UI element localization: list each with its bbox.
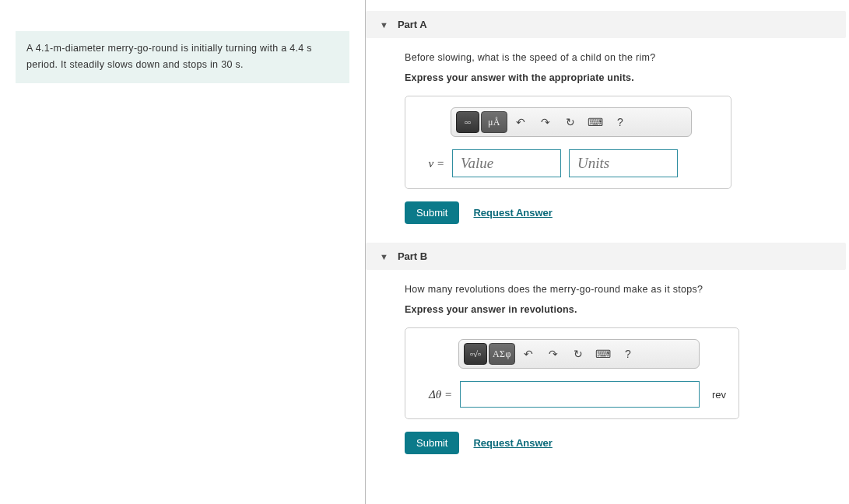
part-b-header[interactable]: ▼ Part B: [366, 243, 846, 270]
part-a-question: Before slowing, what is the speed of a c…: [405, 52, 835, 63]
left-column: A 4.1-m-diameter merry-go-round is initi…: [0, 0, 366, 504]
unit-suffix: rev: [712, 389, 726, 401]
reset-icon[interactable]: ↻: [559, 111, 582, 133]
units-input[interactable]: [569, 149, 678, 177]
undo-icon[interactable]: ↶: [517, 343, 540, 365]
value-input[interactable]: [452, 149, 561, 177]
part-a-title: Part A: [398, 19, 427, 30]
part-a-header[interactable]: ▼ Part A: [366, 11, 846, 38]
redo-icon[interactable]: ↷: [542, 343, 565, 365]
chevron-down-icon: ▼: [380, 20, 388, 30]
page: A 4.1-m-diameter merry-go-round is initi…: [0, 0, 849, 504]
problem-statement: A 4.1-m-diameter merry-go-round is initi…: [16, 31, 349, 83]
part-a-input-row: v =: [418, 149, 718, 177]
part-a-variable-label: v =: [418, 157, 444, 170]
part-a-instruction: Express your answer with the appropriate…: [405, 72, 835, 83]
part-a-toolbar: ▫▫ μÅ ↶ ↷ ↻ ⌨ ?: [451, 107, 692, 137]
keyboard-icon[interactable]: ⌨: [584, 111, 607, 133]
submit-button[interactable]: Submit: [405, 201, 459, 224]
chevron-down-icon: ▼: [380, 252, 388, 261]
keyboard-icon[interactable]: ⌨: [591, 343, 615, 365]
help-icon[interactable]: ?: [616, 343, 640, 365]
request-answer-link[interactable]: Request Answer: [473, 207, 552, 219]
symbols-picker-button[interactable]: ΑΣφ: [489, 343, 515, 365]
template-picker-button[interactable]: ▫▫: [456, 111, 479, 133]
part-a-body: Before slowing, what is the speed of a c…: [366, 38, 849, 243]
part-b-input-row: Δθ = rev: [418, 381, 726, 408]
part-a-answer-panel: ▫▫ μÅ ↶ ↷ ↻ ⌨ ? v =: [405, 96, 731, 189]
redo-icon[interactable]: ↷: [534, 111, 557, 133]
part-b-question: How many revolutions does the merry-go-r…: [405, 284, 835, 295]
units-picker-button[interactable]: μÅ: [481, 111, 507, 133]
undo-icon[interactable]: ↶: [509, 111, 532, 133]
part-b-body: How many revolutions does the merry-go-r…: [366, 270, 849, 473]
help-icon[interactable]: ?: [609, 111, 632, 133]
part-b-variable-label: Δθ =: [418, 388, 452, 401]
submit-button[interactable]: Submit: [405, 432, 459, 454]
part-b-title: Part B: [398, 250, 427, 262]
part-a-actions: Submit Request Answer: [405, 201, 835, 224]
part-b-instruction: Express your answer in revolutions.: [405, 304, 835, 315]
part-b-toolbar: ▫√▫ ΑΣφ ↶ ↷ ↻ ⌨ ?: [458, 339, 700, 369]
template-picker-button[interactable]: ▫√▫: [464, 343, 487, 365]
reset-icon[interactable]: ↻: [567, 343, 590, 365]
part-b-actions: Submit Request Answer: [405, 432, 835, 454]
right-column: ▼ Part A Before slowing, what is the spe…: [366, 0, 849, 504]
part-b-answer-panel: ▫√▫ ΑΣφ ↶ ↷ ↻ ⌨ ? Δθ = rev: [405, 327, 739, 419]
request-answer-link[interactable]: Request Answer: [473, 437, 552, 449]
revolutions-input[interactable]: [460, 381, 700, 408]
